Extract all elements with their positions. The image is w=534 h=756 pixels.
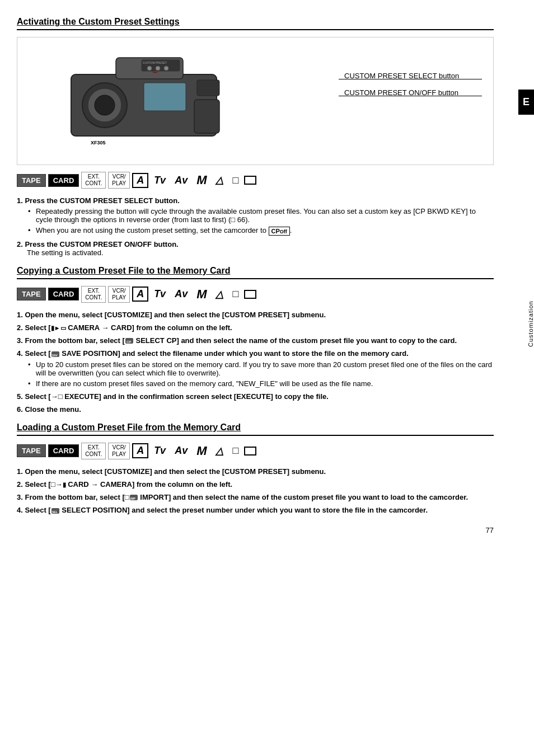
copy-step6: 6. Close the menu. [17,405,81,414]
step1-bullets: Repeatedly pressing the button will cycl… [28,207,494,236]
step1-label: 1. Press the CUSTOM PRESET SELECT button… [17,196,180,205]
activating-step-2: 2. Press the CUSTOM PRESET ON/OFF button… [17,240,494,257]
activating-steps: 1. Press the CUSTOM PRESET SELECT button… [17,196,494,257]
camera-svg: CUSTOM PRESET XF305 [60,52,245,147]
card-label-3: CARD [48,444,79,457]
card-label-2: CARD [48,288,79,300]
cpoff-badge: CPOff [269,227,290,236]
svg-point-8 [147,66,152,71]
ext-label-3: EXT.CONT. [81,443,106,459]
icon-tv-3: Tv [151,444,169,458]
icon-scene-3: △ [212,444,227,458]
tape-label-1: TAPE [17,174,46,187]
ext-label-2: EXT.CONT. [81,286,106,303]
copying-step-6: 6. Close the menu. [17,405,494,414]
activating-step-1: 1. Press the CUSTOM PRESET SELECT button… [17,196,494,236]
copy-step5: 5. Select [→□ EXECUTE] and in the confir… [17,392,329,401]
mode-bar-2: TAPE CARD EXT.CONT. VCR/PLAY A Tv Av M △… [17,286,494,303]
icon-mic-1: □ [229,173,242,187]
icon-a-1: A [132,173,148,188]
icon-m-2: M [193,286,210,303]
loading-step-4: 4. Select [SEL SELECT POSITION] and sele… [17,506,494,515]
copying-step-2: 2. Select [▮►▭ CAMERA → CARD] from the c… [17,323,494,332]
svg-rect-12 [194,100,219,133]
icon-scene-1: △ [212,173,227,187]
icon-a-3: A [132,443,148,458]
svg-rect-13 [144,83,186,111]
svg-rect-11 [197,80,219,96]
callout-onoff: CUSTOM PRESET ON/OFF button [344,88,458,97]
loading-step-2: 2. Select [□→▮ CARD → CAMERA] from the c… [17,480,494,489]
icon-av-3: Av [171,444,191,458]
copying-step-4: 4. Select [SAV SAVE POSITION] and select… [17,349,494,388]
select-pos-icon: SEL [51,507,60,515]
page-number: 77 [17,526,494,534]
icon-sq-1 [244,176,256,185]
icon-m-3: M [193,443,210,459]
step2-sub: The setting is activated. [17,248,104,257]
import-icon: IMP [129,494,138,501]
select-cp-icon: CP [125,337,134,345]
svg-point-10 [164,66,168,71]
callout-select: CUSTOM PRESET SELECT button [344,72,459,80]
copying-step-5: 5. Select [→□ EXECUTE] and in the confir… [17,392,494,401]
copying-step-1: 1. Open the menu, select [CUSTOMIZE] and… [17,311,494,319]
svg-point-9 [156,66,160,71]
copy-bullet-4-2: If there are no custom preset files save… [28,379,494,388]
copy-step4: 4. Select [SAV SAVE POSITION] and select… [17,349,409,358]
icon-sq-3 [244,447,256,456]
mode-bar-1: TAPE CARD EXT.CONT. VCR/PLAY A Tv Av M △… [17,172,494,189]
icon-tv-2: Tv [151,287,169,301]
icon-m-1: M [193,172,210,189]
bullet-1-2: When you are not using the custom preset… [28,226,494,236]
icon-a-2: A [132,287,148,302]
ext-label-1: EXT.CONT. [81,172,106,189]
side-tab-e: E [518,90,534,115]
svg-point-3 [95,95,115,115]
loading-step-3: 3. From the bottom bar, select [□IMP IMP… [17,493,494,502]
icon-mic-3: □ [229,444,242,458]
tape-label-2: TAPE [17,288,46,300]
mode-bar-3: TAPE CARD EXT.CONT. VCR/PLAY A Tv Av M △… [17,443,494,459]
copy-step2: 2. Select [▮►▭ CAMERA → CARD] from the c… [17,323,232,332]
load-step2: 2. Select [□→▮ CARD → CAMERA] from the c… [17,480,232,489]
copy-step4-bullets: Up to 20 custom preset files can be stor… [28,360,494,388]
load-step1: 1. Open the menu, select [CUSTOMIZE] and… [17,467,326,476]
icon-sq-2 [244,290,256,299]
vcr-label-2: VCR/PLAY [108,286,130,303]
loading-step-1: 1. Open the menu, select [CUSTOMIZE] and… [17,467,494,476]
copying-steps: 1. Open the menu, select [CUSTOMIZE] and… [17,311,494,414]
svg-text:SEL: SEL [52,510,58,514]
svg-text:SAV: SAV [52,354,58,357]
icon-av-1: Av [171,173,191,187]
card-label-1: CARD [48,174,79,187]
vcr-label-3: VCR/PLAY [108,443,130,459]
loading-steps: 1. Open the menu, select [CUSTOMIZE] and… [17,467,494,515]
copy-step1: 1. Open the menu, select [CUSTOMIZE] and… [17,311,326,319]
icon-tv-1: Tv [151,173,169,187]
icon-scene-2: △ [212,287,227,302]
icon-av-2: Av [171,287,191,301]
section-title-loading: Loading a Custom Preset File from the Me… [17,422,494,436]
section-title-copying: Copying a Custom Preset File to the Memo… [17,266,494,279]
customization-side-label: Customization [527,280,534,347]
svg-text:XF305: XF305 [91,140,106,145]
camera-illustration: CUSTOM PRESET XF305 CUSTO [17,37,494,165]
load-step4: 4. Select [SEL SELECT POSITION] and sele… [17,506,428,514]
copying-step-3: 3. From the bottom bar, select [CP SELEC… [17,336,494,345]
section-title-activating: Activating the Custom Preset Settings [17,17,494,30]
copy-step3: 3. From the bottom bar, select [CP SELEC… [17,336,457,345]
tape-label-3: TAPE [17,444,46,457]
save-pos-icon: SAV [51,350,60,358]
svg-text:CUSTOM PRESET: CUSTOM PRESET [143,61,167,64]
copy-bullet-4-1: Up to 20 custom preset files can be stor… [28,360,494,377]
vcr-label-1: VCR/PLAY [108,172,130,189]
step2-label: 2. Press the CUSTOM PRESET ON/OFF button… [17,240,179,248]
svg-text:CP: CP [127,340,131,344]
icon-mic-2: □ [229,287,242,301]
load-step3: 3. From the bottom bar, select [□IMP IMP… [17,493,468,501]
bullet-1-1: Repeatedly pressing the button will cycl… [28,207,494,224]
svg-text:IMP: IMP [130,497,136,500]
